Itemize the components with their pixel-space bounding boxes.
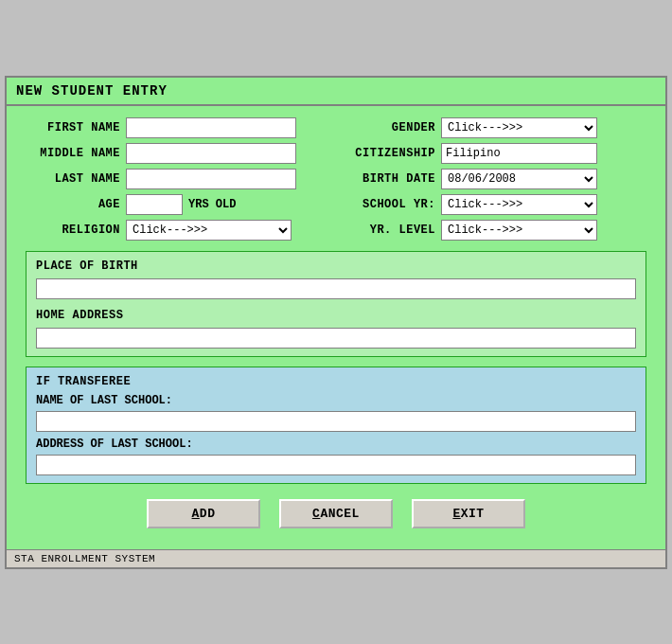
last-school-input[interactable] [36, 411, 636, 432]
yr-level-select[interactable]: Click--->>> [441, 220, 597, 241]
transferee-title: IF TRANSFEREE [36, 375, 636, 388]
last-name-input[interactable] [126, 169, 296, 189]
add-button[interactable]: ADD [147, 499, 260, 528]
birthdate-row: BIRTH DATE 08/06/2008 [345, 169, 646, 189]
form-body: FIRST NAME MIDDLE NAME LAST NAME AGE YRS… [7, 106, 665, 549]
middle-name-row: MIDDLE NAME [26, 143, 327, 164]
status-text: STA ENROLLMENT SYSTEM [14, 553, 155, 564]
add-button-label: ADD [192, 507, 216, 521]
yr-level-label: YR. LEVEL [345, 224, 435, 237]
status-bar: STA ENROLLMENT SYSTEM [7, 549, 665, 567]
yrs-old-label: YRS OLD [188, 198, 236, 211]
home-address-title: HOME ADDRESS [36, 309, 636, 322]
school-yr-label: SCHOOL YR: [345, 198, 435, 211]
home-address-input[interactable] [36, 328, 636, 349]
yr-level-row: YR. LEVEL Click--->>> [345, 220, 646, 241]
religion-select[interactable]: Click--->>> [126, 220, 292, 241]
age-input[interactable] [126, 194, 183, 215]
age-label: AGE [26, 198, 120, 211]
first-name-label: FIRST NAME [26, 121, 120, 134]
religion-label: RELIGION [26, 224, 120, 237]
citizenship-label: CITIZENSHIP [345, 147, 435, 160]
birthdate-label: BIRTH DATE [345, 172, 435, 186]
last-school-address-label: ADDRESS OF LAST SCHOOL: [36, 438, 636, 451]
citizenship-input[interactable] [441, 143, 597, 164]
school-yr-select[interactable]: Click--->>> [441, 194, 597, 215]
school-yr-row: SCHOOL YR: Click--->>> [345, 194, 646, 215]
exit-button-label: EXIT [452, 507, 484, 521]
gender-row: GENDER Click--->>> [345, 117, 646, 138]
top-fields: FIRST NAME MIDDLE NAME LAST NAME AGE YRS… [26, 117, 646, 245]
cancel-button-label: CANCEL [312, 507, 360, 521]
main-window: NEW STUDENT ENTRY FIRST NAME MIDDLE NAME… [5, 76, 667, 569]
left-column: FIRST NAME MIDDLE NAME LAST NAME AGE YRS… [26, 117, 327, 245]
place-of-birth-section: PLACE OF BIRTH HOME ADDRESS [26, 251, 646, 357]
window-title: NEW STUDENT ENTRY [16, 83, 168, 98]
religion-row: RELIGION Click--->>> [26, 220, 327, 241]
button-row: ADD CANCEL EXIT [26, 495, 646, 538]
last-name-label: LAST NAME [26, 172, 120, 186]
place-of-birth-title: PLACE OF BIRTH [36, 259, 636, 273]
title-bar: NEW STUDENT ENTRY [7, 78, 665, 106]
gender-select[interactable]: Click--->>> [441, 117, 597, 138]
right-column: GENDER Click--->>> CITIZENSHIP BIRTH DAT… [345, 117, 646, 245]
transferee-section: IF TRANSFEREE NAME OF LAST SCHOOL: ADDRE… [26, 367, 646, 484]
middle-name-input[interactable] [126, 143, 296, 164]
citizenship-row: CITIZENSHIP [345, 143, 646, 164]
gender-label: GENDER [345, 121, 435, 134]
exit-button[interactable]: EXIT [412, 499, 525, 528]
last-school-address-input[interactable] [36, 455, 636, 475]
age-row: AGE YRS OLD [26, 194, 327, 215]
cancel-button[interactable]: CANCEL [279, 499, 393, 528]
first-name-input[interactable] [126, 117, 296, 138]
place-of-birth-input[interactable] [36, 278, 636, 299]
last-school-label: NAME OF LAST SCHOOL: [36, 394, 636, 407]
first-name-row: FIRST NAME [26, 117, 327, 138]
middle-name-label: MIDDLE NAME [26, 147, 120, 160]
last-name-row: LAST NAME [26, 169, 327, 189]
birthdate-select[interactable]: 08/06/2008 [441, 169, 597, 189]
